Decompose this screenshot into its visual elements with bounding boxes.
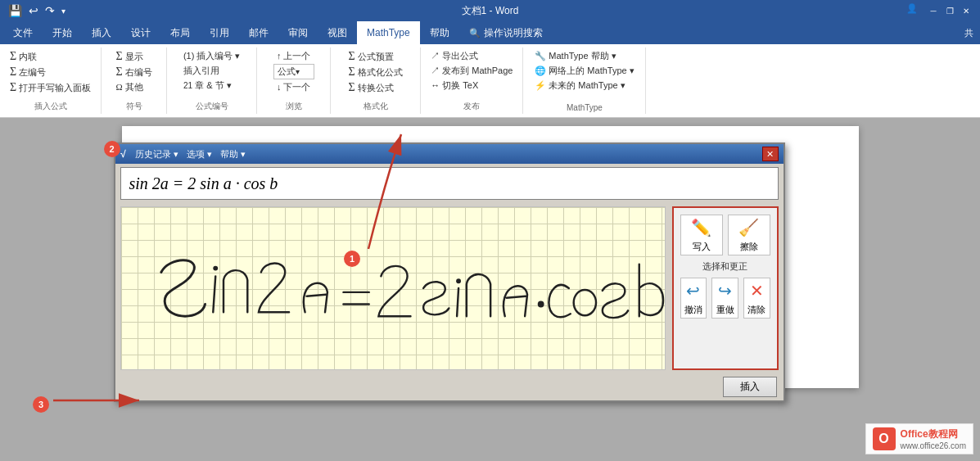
office-watermark: O Office教程网 www.office26.com [865,423,973,454]
menu-options[interactable]: 选项 ▾ [183,148,215,160]
format-formula-btn[interactable]: Σ 格式化公式 [345,65,406,79]
mathtype-logo: √ [120,148,126,160]
group-symbols-title: 符号 [102,101,166,112]
others-btn[interactable]: Ω 其他 [113,80,156,94]
tab-mail[interactable]: 邮件 [239,21,278,44]
customize-qat-icon[interactable]: ▾ [60,5,67,17]
export-formula-btn[interactable]: ↗ 导出公式 [427,49,516,63]
undo-icon: ↩ [686,281,700,301]
group-insert-formula-title: 插入公式 [0,101,101,112]
group-symbols: Σ 显示 Σ 右编号 Ω 其他 符号 [102,47,167,114]
convert-formula-btn[interactable]: Σ 转换公式 [345,80,406,95]
tab-mathtype[interactable]: MathType [357,21,420,44]
mathtype-menu: 历史记录 ▾ 选项 ▾ 帮助 ▾ [132,148,249,160]
restore-button[interactable]: ❐ [942,3,957,18]
undo-icon[interactable]: ↩ [27,2,40,19]
svg-point-5 [537,301,544,308]
format-rows: Σ 公式预置 Σ 格式化公式 Σ 转换公式 [345,49,406,95]
publish-mathpage-btn[interactable]: ↗ 发布到 MathPage [427,64,516,78]
write-button[interactable]: ✏️ 写入 [680,215,723,255]
mathtype-canvas-area: ✏️ 写入 🧹 擦除 选择和更正 ↩ 撤消 [115,203,784,373]
publish-rows: ↗ 导出公式 ↗ 发布到 MathPage ↔ 切换 TeX [427,49,516,93]
group-formula-num-title: 公式编号 [167,101,256,112]
redo-icon: ↪ [718,281,732,301]
tab-home[interactable]: 开始 [43,21,82,44]
group-mathtype: 🔧 MathType 帮助 ▾ 🌐 网络上的 MathType ▾ ⚡ 未来的 … [523,47,646,114]
title-bar: 💾 ↩ ↷ ▾ 文档1 - Word 👤 ─ ❐ ✕ [0,0,980,21]
handwriting-svg [121,207,665,369]
mathtype-footer: 插入 [115,373,784,400]
search-icon: 🔍 [469,28,481,38]
group-publish: ↗ 导出公式 ↗ 发布到 MathPage ↔ 切换 TeX 发布 [421,47,523,114]
select-correct-label: 选择和更正 [680,259,770,274]
quick-access-toolbar: 💾 ↩ ↷ ▾ [7,2,67,19]
tab-review[interactable]: 审阅 [278,21,318,44]
share-button[interactable]: 共 [964,27,973,39]
handwriting-btn[interactable]: Σ 打开手写输入面板 [7,80,94,95]
user-area: 👤 [906,3,918,18]
mathtype-titlebar: √ 历史记录 ▾ 选项 ▾ 帮助 ▾ ✕ [115,144,784,164]
office-logo: O [873,427,896,450]
formula-dropdown[interactable]: 公式 ▾ [273,64,314,79]
tab-layout[interactable]: 布局 [160,21,200,44]
save-icon[interactable]: 💾 [7,2,24,19]
left-num-btn[interactable]: Σ 左编号 [7,65,94,79]
controls-row-1: ✏️ 写入 🧹 擦除 [680,215,770,255]
insert-num-btn[interactable]: (1) 插入编号 ▾ [180,49,244,63]
formula-preset-btn[interactable]: Σ 公式预置 [345,49,406,64]
mathtype-close-button[interactable]: ✕ [762,147,779,161]
group-publish-title: 发布 [421,101,522,112]
switch-tex-btn[interactable]: ↔ 切换 TeX [427,79,516,93]
ribbon-tabs: 文件 开始 插入 设计 布局 引用 邮件 审阅 视图 MathType 帮助 🔍… [0,21,980,44]
prev-btn[interactable]: ↑ 上一个 [273,49,314,63]
mathtype-titlebar-left: √ 历史记录 ▾ 选项 ▾ 帮助 ▾ [120,148,250,160]
group-format: Σ 公式预置 Σ 格式化公式 Σ 转换公式 格式化 [331,47,421,114]
window-title: 文档1 - Word [462,4,519,18]
mathtype-rows: 🔧 MathType 帮助 ▾ 🌐 网络上的 MathType ▾ ⚡ 未来的 … [531,49,637,93]
page-area: √ 历史记录 ▾ 选项 ▾ 帮助 ▾ ✕ sin 2a = 2 sin a · … [122,126,859,388]
group-format-title: 格式化 [331,101,420,112]
erase-button[interactable]: 🧹 擦除 [728,215,770,255]
write-label: 写入 [693,241,711,253]
svg-point-4 [456,278,461,283]
tab-help[interactable]: 帮助 [420,21,459,44]
symbols-rows: Σ 显示 Σ 右编号 Ω 其他 [113,49,156,94]
display-btn[interactable]: Σ 显示 [113,49,156,64]
svg-point-1 [213,266,218,271]
formula-num-rows: (1) 插入编号 ▾ 插入引用 21 章 & 节 ▾ [180,49,244,93]
undo-label: 撤消 [684,304,702,316]
mathtype-controls: ✏️ 写入 🧹 擦除 选择和更正 ↩ 撤消 [672,206,779,370]
chapter-section-btn[interactable]: 21 章 & 节 ▾ [180,79,244,93]
close-button[interactable]: ✕ [959,3,973,18]
tab-view[interactable]: 视图 [318,21,357,44]
clear-button[interactable]: ✕ 清除 [743,278,770,319]
online-mathtype-btn[interactable]: 🌐 网络上的 MathType ▾ [531,64,637,78]
formula-text: sin 2a = 2 sin a · cos b [129,174,278,193]
tab-design[interactable]: 设计 [121,21,160,44]
handwriting-canvas[interactable] [120,206,666,370]
clear-icon: ✕ [750,281,764,301]
redo-button[interactable]: ↪ 重做 [711,278,738,319]
right-num-btn[interactable]: Σ 右编号 [113,65,156,79]
tab-file[interactable]: 文件 [3,21,43,44]
mathtype-help-btn[interactable]: 🔧 MathType 帮助 ▾ [531,49,637,63]
insert-formula-rows: Σ 内联 Σ 左编号 Σ 打开手写输入面板 [7,49,94,95]
insert-button[interactable]: 插入 [723,377,777,397]
undo-button[interactable]: ↩ 撤消 [680,278,707,319]
tab-insert[interactable]: 插入 [82,21,121,44]
menu-help[interactable]: 帮助 ▾ [217,148,249,160]
tab-search[interactable]: 🔍操作说明搜索 [459,21,553,44]
formula-display: sin 2a = 2 sin a · cos b [120,167,779,200]
watermark-text: Office教程网 www.office26.com [901,427,966,450]
marker-2: 2 [104,141,120,157]
tab-references[interactable]: 引用 [200,21,239,44]
next-btn[interactable]: ↓ 下一个 [273,80,314,94]
redo-icon[interactable]: ↷ [43,2,56,19]
browse-rows: ↑ 上一个 公式 ▾ ↓ 下一个 [273,49,314,94]
menu-history[interactable]: 历史记录 ▾ [132,148,182,160]
inline-btn[interactable]: Σ 内联 [7,49,94,64]
insert-ref-btn[interactable]: 插入引用 [180,64,244,78]
future-mathtype-btn[interactable]: ⚡ 未来的 MathType ▾ [531,79,637,93]
minimize-button[interactable]: ─ [926,3,941,18]
group-formula-num: (1) 插入编号 ▾ 插入引用 21 章 & 节 ▾ 公式编号 [167,47,257,114]
